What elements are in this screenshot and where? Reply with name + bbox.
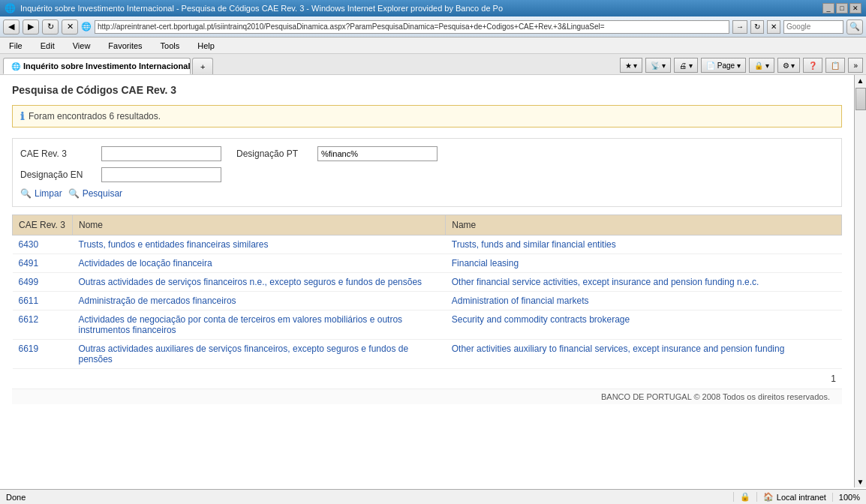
cell-nome: Outras actividades auxiliares de serviço… — [73, 340, 446, 369]
menu-view[interactable]: View — [70, 40, 94, 51]
results-table: CAE Rev. 3 Nome Name 6430Trusts, fundos … — [12, 214, 842, 369]
nome-link[interactable]: Trusts, fundos e entidades financeiras s… — [79, 239, 269, 250]
search-actions: 🔍 Limpar 🔍 Pesquisar — [20, 188, 834, 199]
tab-label: Inquérito sobre Investimento Internacion… — [23, 62, 191, 70]
zone-icon: 🏠 — [763, 492, 774, 502]
active-tab[interactable]: 🌐 Inquérito sobre Investimento Internaci… — [3, 58, 191, 74]
cell-cae: 6619 — [13, 340, 73, 369]
stop-button[interactable]: ✕ — [62, 20, 78, 34]
table-row: 6430Trusts, fundos e entidades financeir… — [13, 236, 842, 254]
scroll-down-button[interactable]: ▼ — [855, 476, 866, 488]
lock-icon: 🔒 — [740, 492, 750, 502]
cae-link[interactable]: 6499 — [19, 277, 39, 287]
menu-tools[interactable]: Tools — [158, 40, 183, 51]
nome-link[interactable]: Actividades de negociação por conta de t… — [79, 314, 403, 335]
close-button[interactable]: ✕ — [849, 3, 861, 14]
clear-icon: 🔍 — [20, 188, 32, 199]
pagination: 1 — [12, 369, 842, 388]
form-row-2: Designação EN — [20, 167, 834, 182]
address-input[interactable] — [95, 20, 729, 34]
nome-link[interactable]: Outras actividades de serviços financeir… — [79, 277, 422, 287]
status-security: 🔒 — [733, 492, 750, 502]
table-header-row: CAE Rev. 3 Nome Name — [13, 215, 842, 236]
name-link[interactable]: Financial leasing — [452, 258, 519, 268]
new-tab[interactable]: + — [192, 58, 213, 74]
clear-link[interactable]: 🔍 Limpar — [20, 188, 62, 199]
status-bar: Done 🔒 🏠 Local intranet 100% — [0, 489, 866, 504]
cae-input[interactable] — [101, 146, 221, 161]
refresh-button[interactable]: ↻ — [42, 20, 59, 34]
address-bar: 🌐 → ↻ ✕ — [81, 20, 780, 34]
scroll-thumb[interactable] — [855, 88, 866, 110]
menu-file[interactable]: File — [6, 40, 26, 51]
favorites-button[interactable]: ★ ▾ — [620, 58, 643, 73]
name-link[interactable]: Administration of financial markets — [452, 296, 589, 306]
cae-link[interactable]: 6611 — [19, 296, 39, 306]
status-done: Done — [6, 493, 51, 502]
cae-link[interactable]: 6491 — [19, 258, 39, 268]
nome-link[interactable]: Actividades de locação financeira — [79, 258, 212, 268]
cae-group: CAE Rev. 3 — [20, 146, 221, 161]
window-title: Inquérito sobre Investimento Internacion… — [20, 4, 503, 13]
tools-button[interactable]: ⚙ ▾ — [777, 58, 801, 73]
page-title: Pesquisa de Códigos CAE Rev. 3 — [12, 84, 842, 96]
menu-help[interactable]: Help — [194, 40, 218, 51]
form-row-1: CAE Rev. 3 Designação PT — [20, 146, 834, 161]
col-header-nome: Nome — [73, 215, 446, 236]
designacao-en-group: Designação EN — [20, 167, 221, 182]
refresh-nav-button[interactable]: ↻ — [750, 20, 764, 34]
new-tab-label: + — [200, 62, 205, 71]
cell-name: Other activities auxiliary to financial … — [446, 340, 842, 369]
clear-label: Limpar — [35, 188, 62, 199]
minimize-button[interactable]: _ — [822, 3, 834, 14]
nome-link[interactable]: Outras actividades auxiliares de serviço… — [79, 344, 409, 364]
name-link[interactable]: Trusts, funds and similar financial enti… — [452, 239, 616, 250]
page-button[interactable]: 📄 Page ▾ — [701, 58, 746, 73]
forward-button[interactable]: ▶ — [23, 20, 39, 34]
cae-link[interactable]: 6612 — [19, 314, 39, 325]
table-row: 6619Outras actividades auxiliares de ser… — [13, 340, 842, 369]
table-row: 6612Actividades de negociação por conta … — [13, 310, 842, 340]
scrollbar-right[interactable]: ▲ ▼ — [854, 75, 866, 488]
main-content: Pesquisa de Códigos CAE Rev. 3 ℹ Foram e… — [0, 75, 854, 488]
page-number: 1 — [831, 374, 836, 384]
cell-nome: Actividades de locação financeira — [73, 254, 446, 273]
maximize-button[interactable]: □ — [836, 3, 848, 14]
footer: BANCO DE PORTUGAL © 2008 Todos os direit… — [12, 388, 842, 404]
designacao-en-input[interactable] — [101, 167, 221, 182]
search-go-button[interactable]: 🔍 — [846, 20, 863, 34]
cell-name: Other financial service activities, exce… — [446, 273, 842, 292]
cell-nome: Trusts, fundos e entidades financeiras s… — [73, 236, 446, 254]
name-link[interactable]: Other activities auxiliary to financial … — [452, 344, 785, 354]
scroll-up-button[interactable]: ▲ — [855, 75, 866, 86]
extra-button[interactable]: » — [848, 58, 863, 73]
search-form: CAE Rev. 3 Designação PT Designação EN 🔍… — [12, 138, 842, 207]
menu-favorites[interactable]: Favorites — [105, 40, 145, 51]
help-button[interactable]: ❓ — [803, 58, 822, 73]
zoom-label: 100% — [839, 493, 860, 502]
info-icon: ℹ — [20, 110, 24, 122]
back-button[interactable]: ◀ — [3, 20, 20, 34]
designacao-pt-input[interactable] — [317, 146, 438, 161]
stop-nav-button[interactable]: ✕ — [767, 20, 780, 34]
cae-link[interactable]: 6619 — [19, 344, 39, 354]
search-input[interactable] — [783, 20, 843, 34]
cell-cae: 6499 — [13, 273, 73, 292]
print-button[interactable]: 🖨 ▾ — [674, 58, 698, 73]
table-row: 6611Administração de mercados financeiro… — [13, 292, 842, 310]
content-area: Pesquisa de Códigos CAE Rev. 3 ℹ Foram e… — [0, 75, 866, 488]
menu-edit[interactable]: Edit — [38, 40, 58, 51]
cae-label: CAE Rev. 3 — [20, 148, 95, 159]
go-button[interactable]: → — [732, 20, 747, 34]
tabs-bar: 🌐 Inquérito sobre Investimento Internaci… — [0, 54, 866, 75]
safety-button[interactable]: 🔒 ▾ — [749, 58, 774, 73]
emulation-button[interactable]: 📋 — [825, 58, 845, 73]
feeds-button[interactable]: 📡 ▾ — [645, 58, 671, 73]
name-link[interactable]: Security and commodity contracts brokera… — [452, 314, 630, 325]
name-link[interactable]: Other financial service activities, exce… — [452, 277, 759, 287]
cae-link[interactable]: 6430 — [19, 239, 39, 250]
nome-link[interactable]: Administração de mercados financeiros — [79, 296, 236, 306]
cell-nome: Outras actividades de serviços financeir… — [73, 273, 446, 292]
designacao-en-label: Designação EN — [20, 170, 95, 180]
search-link[interactable]: 🔍 Pesquisar — [68, 188, 122, 199]
